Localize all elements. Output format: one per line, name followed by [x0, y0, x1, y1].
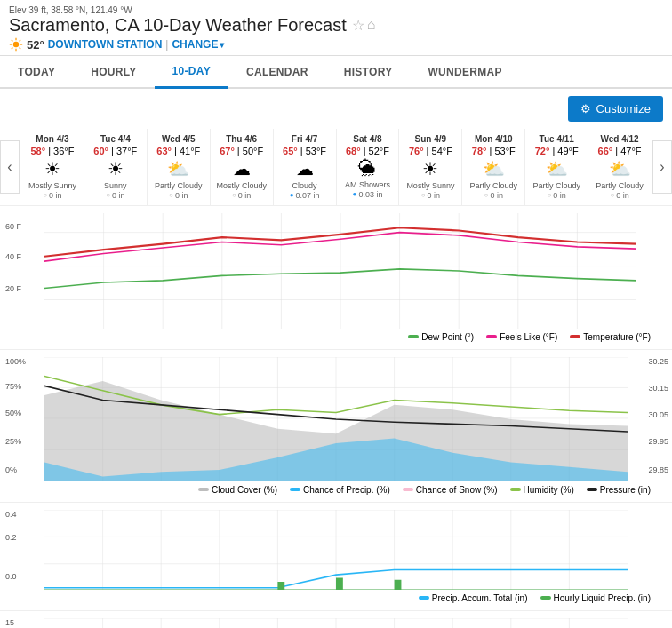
temp-low: 53°F	[306, 146, 326, 156]
elevation-text: Elev 39 ft, 38.58 °N, 121.49 °W	[9, 5, 663, 15]
y-label-15: 15	[5, 618, 14, 627]
precip-amount: ○ 0 in	[212, 191, 271, 200]
temp-high: 76°	[409, 146, 424, 156]
forecast-container: ‹ Mon 4/3 58° | 36°F ☀ Mostly Sunny ○ 0 …	[0, 129, 672, 206]
tab-calendar[interactable]: CALENDAR	[228, 56, 326, 87]
day-date: Fri 4/7	[276, 134, 334, 144]
weather-sun-icon	[9, 37, 23, 52]
current-temp: 52°	[27, 38, 44, 52]
day-col-7[interactable]: Mon 4/10 78° | 53°F ⛅ Partly Cloudy ○ 0 …	[462, 129, 525, 205]
customize-bar: ⚙ Customize	[0, 89, 672, 129]
precip-amount: ○ 0 in	[86, 191, 145, 200]
tab-today[interactable]: TODAY	[0, 56, 73, 87]
precip-circle: ○	[548, 191, 552, 199]
day-col-5[interactable]: Sat 4/8 68° | 52°F 🌦 AM Showers ● 0.03 i…	[337, 129, 400, 205]
day-col-1[interactable]: Tue 4/4 60° | 37°F ☀ Sunny ○ 0 in	[84, 129, 148, 205]
precip-amount: ○ 0 in	[23, 191, 82, 200]
temp-high: 66°	[598, 146, 613, 156]
gear-icon: ⚙	[580, 102, 591, 115]
y-label-50pct: 50%	[5, 409, 21, 417]
day-col-4[interactable]: Fri 4/7 65° | 53°F ☁ Cloudy ● 0.07 in	[274, 129, 337, 205]
day-temps: 78° | 53°F	[464, 146, 523, 156]
day-date: Wed 4/5	[149, 134, 208, 144]
title-text: Sacramento, CA 10-Day Weather Forecast	[9, 15, 347, 36]
tab-10day[interactable]: 10-DAY	[155, 56, 228, 89]
day-desc: Partly Cloudy	[464, 181, 523, 191]
metrics-chart	[44, 357, 628, 481]
day-col-3[interactable]: Thu 4/6 67° | 50°F ☁ Mostly Cloudy ○ 0 i…	[211, 129, 274, 205]
day-col-8[interactable]: Tue 4/11 72° | 49°F ⛅ Partly Cloudy ○ 0 …	[525, 129, 588, 205]
day-temps: 68° | 52°F	[339, 146, 397, 156]
chevron-down-icon: ▾	[220, 40, 224, 50]
weather-icon: ⛅	[464, 158, 523, 179]
legend-temperature: Temperature (°F)	[570, 332, 651, 342]
temp-high: 72°	[535, 146, 550, 156]
precip-circle: ○	[610, 191, 614, 199]
precip-circle: ○	[169, 191, 173, 199]
day-col-9[interactable]: Wed 4/12 66° | 47°F ⛅ Partly Cloudy ○ 0 …	[588, 129, 651, 205]
y-label-75pct: 75%	[5, 382, 21, 391]
star-empty-icon[interactable]: ☆	[352, 17, 364, 34]
metrics-chart-legend: Cloud Cover (%) Chance of Precip. (%) Ch…	[0, 481, 672, 498]
legend-precip-chance: Chance of Precip. (%)	[290, 485, 390, 495]
day-temps: 76° | 54°F	[401, 146, 460, 156]
day-desc: Sunny	[86, 181, 145, 191]
day-temps: 67° | 50°F	[212, 146, 271, 156]
weather-icon: ☀	[23, 158, 82, 179]
day-date: Mon 4/10	[464, 134, 523, 144]
temp-low: 52°F	[369, 146, 389, 156]
day-date: Wed 4/12	[590, 134, 649, 144]
weather-icon: ⛅	[527, 158, 586, 179]
legend-dew-point: Dew Point (°)	[408, 332, 474, 342]
precip-amount: ○ 0 in	[590, 191, 649, 200]
day-temps: 63° | 41°F	[149, 146, 208, 156]
temperature-chart	[44, 213, 636, 329]
tab-wundermap[interactable]: WUNDERMAP	[410, 56, 519, 87]
y-label-100pct: 100%	[5, 357, 26, 366]
y-label-0pct: 0%	[5, 465, 17, 474]
y-label-40f: 40 F	[5, 252, 21, 261]
header: Elev 39 ft, 38.58 °N, 121.49 °W Sacramen…	[0, 0, 672, 56]
precip-chart	[44, 510, 628, 590]
svg-rect-51	[336, 577, 343, 590]
day-col-0[interactable]: Mon 4/3 58° | 36°F ☀ Mostly Sunny ○ 0 in	[21, 129, 84, 205]
precip-circle: ○	[106, 191, 110, 199]
temp-chart-legend: Dew Point (°) Feels Like (°F) Temperatur…	[0, 329, 672, 346]
day-temps: 60° | 37°F	[86, 146, 145, 156]
page-title: Sacramento, CA 10-Day Weather Forecast ☆…	[9, 15, 663, 36]
day-date: Sat 4/8	[339, 134, 397, 144]
svg-point-0	[13, 42, 19, 47]
temp-high: 68°	[346, 146, 361, 156]
svg-line-7	[20, 40, 21, 42]
home-icon[interactable]: ⌂	[367, 17, 376, 34]
change-button[interactable]: CHANGE ▾	[172, 38, 224, 51]
temp-high: 58°	[30, 146, 45, 156]
tab-history[interactable]: HISTORY	[326, 56, 411, 87]
weather-icon: ☁	[212, 158, 271, 179]
temperature-color	[570, 335, 580, 338]
customize-button[interactable]: ⚙ Customize	[568, 96, 663, 122]
legend-humidity: Humidity (%)	[510, 485, 574, 495]
svg-line-6	[20, 48, 21, 50]
day-temps: 58° | 36°F	[23, 146, 82, 156]
day-col-6[interactable]: Sun 4/9 76° | 54°F ☀ Mostly Sunny ○ 0 in	[399, 129, 462, 205]
svg-rect-52	[395, 580, 402, 590]
nav-next-button[interactable]: ›	[652, 140, 672, 194]
day-desc: Mostly Sunny	[401, 181, 460, 191]
temp-high: 67°	[220, 146, 235, 156]
day-date: Sun 4/9	[401, 134, 460, 144]
temp-low: 36°F	[53, 146, 74, 156]
day-desc: Partly Cloudy	[149, 181, 208, 191]
day-desc: Cloudy	[276, 181, 334, 191]
legend-hourly-precip: Hourly Liquid Precip. (in)	[540, 593, 652, 603]
day-desc: Mostly Sunny	[23, 181, 82, 191]
day-date: Tue 4/11	[527, 134, 586, 144]
day-temps: 72° | 49°F	[527, 146, 586, 156]
precip-amount: ○ 0 in	[464, 191, 523, 200]
day-col-2[interactable]: Wed 4/5 63° | 41°F ⛅ Partly Cloudy ○ 0 i…	[148, 129, 211, 205]
tab-hourly[interactable]: HOURLY	[73, 56, 154, 87]
legend-feels-like: Feels Like (°F)	[486, 332, 557, 342]
legend-cloud-cover: Cloud Cover (%)	[198, 485, 277, 495]
nav-prev-button[interactable]: ‹	[0, 140, 20, 194]
day-temps: 66° | 47°F	[590, 146, 649, 156]
